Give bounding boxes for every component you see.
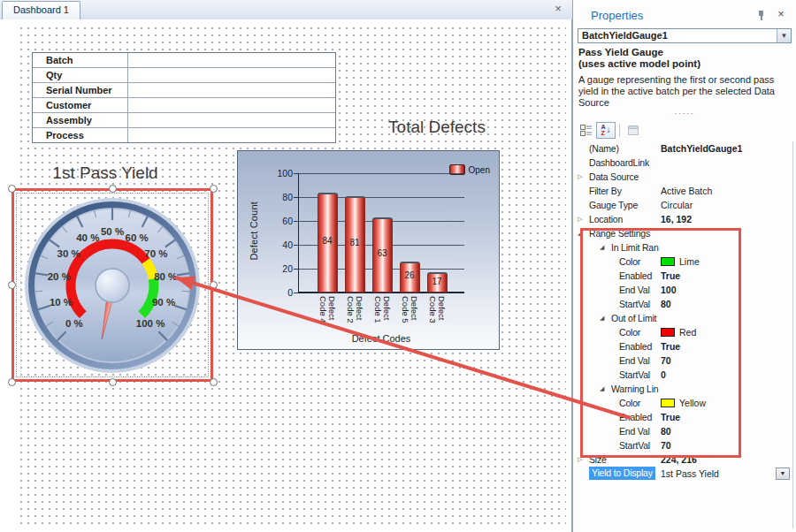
legend-label: Open (469, 165, 490, 175)
property-label: Warning Lin (611, 382, 659, 396)
property-value[interactable]: 70 (661, 353, 791, 368)
design-canvas[interactable]: BatchQtySerial NumberCustomerAssemblyPro… (0, 19, 572, 532)
info-table[interactable]: BatchQtySerial NumberCustomerAssemblyPro… (32, 52, 336, 143)
expand-icon[interactable]: ▷ (578, 212, 582, 226)
selection-handle[interactable] (210, 378, 218, 386)
property-row[interactable]: Gauge TypeCircular (575, 198, 792, 212)
table-row: Serial Number (33, 83, 335, 98)
property-row[interactable]: ColorYellow (575, 396, 792, 410)
property-row[interactable]: End Val100 (575, 283, 792, 297)
selection-handle[interactable] (8, 185, 16, 193)
property-row[interactable]: StartVal80 (575, 297, 792, 311)
property-value[interactable]: True (661, 410, 791, 424)
table-row-label: Batch (33, 53, 128, 67)
selection-handle[interactable] (109, 185, 117, 193)
y-tick-label: 0 (263, 287, 293, 298)
defects-bar-chart[interactable]: Defect Count Defect Codes Open 020406080… (237, 150, 500, 350)
selection-handle[interactable] (8, 378, 16, 386)
property-row[interactable]: DashboardLink (575, 156, 792, 170)
svg-text:40 %: 40 % (76, 232, 99, 243)
property-value[interactable]: 224, 216 (661, 452, 791, 467)
svg-text:30 %: 30 % (57, 248, 80, 259)
close-icon[interactable]: × (775, 7, 787, 21)
property-value[interactable]: Circular (661, 198, 791, 212)
property-value[interactable]: 100 (661, 283, 791, 297)
selection-handle[interactable] (8, 281, 16, 289)
chevron-down-icon[interactable]: ▼ (777, 29, 791, 42)
property-row[interactable]: ▷Data Source (575, 170, 792, 184)
pin-icon[interactable] (757, 10, 766, 21)
property-value[interactable]: Lime (679, 255, 791, 269)
properties-panel: Properties × BatchYieldGauge1 ▼ Pass Yie… (572, 0, 796, 532)
svg-text:50 %: 50 % (101, 226, 124, 237)
object-selector-value: BatchYieldGauge1 (582, 30, 668, 41)
property-label: End Val (619, 283, 659, 297)
object-selector[interactable]: BatchYieldGauge1 ▼ (578, 28, 792, 43)
splitter-grip[interactable]: ..... (573, 107, 796, 116)
x-tick-label: Defect Code 3 (427, 296, 446, 342)
selection-handle[interactable] (210, 281, 218, 289)
property-value[interactable]: BatchYieldGauge1 (661, 141, 791, 156)
property-row[interactable]: ◢Range Settings (575, 226, 792, 240)
table-row-label: Customer (33, 98, 128, 112)
collapse-icon[interactable]: ◢ (600, 240, 604, 255)
color-swatch[interactable] (661, 257, 675, 266)
property-value[interactable]: 16, 192 (661, 212, 791, 226)
property-row[interactable]: End Val70 (575, 353, 792, 368)
expand-icon[interactable]: ▷ (578, 452, 582, 467)
property-label: StartVal (619, 297, 659, 311)
x-tick-label: Defect Code 2 (345, 296, 364, 342)
property-value[interactable]: 0 (661, 368, 791, 382)
color-swatch[interactable] (661, 399, 675, 407)
categorized-icon[interactable] (577, 122, 596, 139)
property-value[interactable]: Red (679, 325, 791, 339)
property-row[interactable]: ColorRed (575, 325, 792, 339)
property-value[interactable]: 1st Pass Yield (661, 467, 773, 481)
property-label: StartVal (619, 438, 659, 452)
property-value[interactable]: 80 (661, 297, 791, 311)
color-swatch[interactable] (661, 328, 675, 337)
property-row[interactable]: ▷Location16, 192 (575, 212, 792, 226)
yield-gauge[interactable]: 0 %10 %20 %30 %40 %50 %60 %70 %80 %90 %1… (22, 195, 203, 376)
property-row[interactable]: ▷Size224, 216 (575, 452, 792, 467)
table-row: Process (33, 128, 335, 142)
collapse-icon[interactable]: ◢ (578, 226, 582, 240)
property-row[interactable]: ◢Out of Limit (575, 311, 792, 325)
property-row[interactable]: Filter ByActive Batch (575, 184, 792, 198)
property-row[interactable]: StartVal0 (575, 368, 792, 382)
expand-icon[interactable]: ▷ (578, 170, 582, 184)
property-value[interactable]: 70 (661, 438, 791, 452)
property-value[interactable]: Active Batch (661, 184, 791, 198)
property-row[interactable]: Yield to Display1st Pass Yield▼ (575, 467, 792, 481)
tab-dashboard-1[interactable]: Dashboard 1 (2, 1, 80, 19)
property-value[interactable]: 80 (661, 424, 791, 438)
collapse-icon[interactable]: ◢ (600, 311, 604, 325)
dropdown-button[interactable]: ▼ (776, 467, 790, 480)
collapse-icon[interactable]: ◢ (600, 382, 604, 396)
property-row[interactable]: EnabledTrue (575, 339, 792, 353)
tab-strip: Dashboard 1 × (0, 0, 572, 20)
property-row[interactable]: End Val80 (575, 424, 792, 438)
sort-az-icon[interactable]: AZ↓ (596, 122, 616, 139)
selection-handle[interactable] (210, 185, 218, 193)
property-value[interactable]: Yellow (679, 396, 791, 410)
y-tick-label: 40 (263, 239, 293, 250)
property-row[interactable]: (Name)BatchYieldGauge1 (575, 141, 792, 156)
object-type-title: Pass Yield Gauge (578, 47, 663, 57)
property-value[interactable]: True (661, 269, 791, 283)
property-row[interactable]: ColorLime (575, 255, 792, 269)
selection-handle[interactable] (109, 378, 117, 386)
close-icon[interactable]: × (551, 2, 565, 16)
property-row[interactable]: ◢In Limit Ran (575, 240, 792, 255)
y-axis-line (298, 173, 299, 293)
property-row[interactable]: EnabledTrue (575, 269, 792, 283)
bar-value-label: 81 (345, 238, 365, 247)
table-row-value (128, 98, 335, 112)
property-value[interactable]: True (661, 339, 791, 353)
object-description: A gauge representing the first or second… (578, 74, 791, 109)
property-row[interactable]: ◢Warning Lin (575, 382, 792, 396)
svg-text:10 %: 10 % (50, 297, 73, 308)
property-row[interactable]: EnabledTrue (575, 410, 792, 424)
property-row[interactable]: StartVal70 (575, 438, 792, 452)
property-label: Enabled (619, 410, 659, 424)
